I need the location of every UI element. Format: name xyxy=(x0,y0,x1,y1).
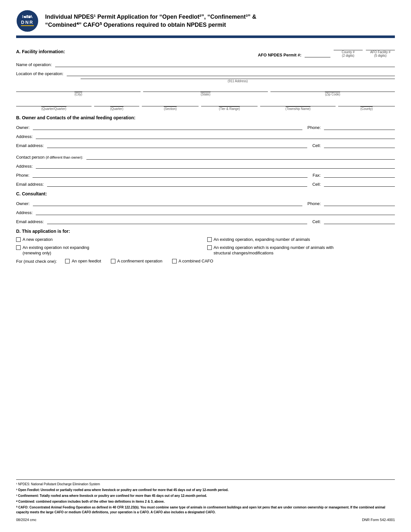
county-field[interactable] xyxy=(334,44,363,50)
fax-field[interactable] xyxy=(324,171,395,178)
option2-item: An existing operation, expanding number … xyxy=(207,237,395,242)
quarter-quarter-field[interactable] xyxy=(16,100,92,106)
header-title: Individual NPDES¹ Permit Application for… xyxy=(45,13,256,29)
footer-form: DNR Form 542-4001 xyxy=(362,517,395,523)
zip-field-group: (Zip Code) xyxy=(270,85,395,96)
section-d: D. This application is for: A new operat… xyxy=(16,229,395,264)
option4-item: An existing operation which is expanding… xyxy=(207,245,395,256)
section-field-group: (Section) xyxy=(142,100,199,111)
location-label-row: Location of the operation: xyxy=(16,70,395,76)
footnote-5: ⁵ CAFO: Concentrated Animal Feeding Oper… xyxy=(16,505,395,515)
section-d-title: D. This application is for: xyxy=(16,229,395,234)
section-a-title: A. Facility information: xyxy=(16,49,65,54)
contact-phone-field[interactable] xyxy=(33,171,308,178)
header-bar xyxy=(16,35,395,38)
footnote-4: ⁴ Combined: combined operation includes … xyxy=(16,499,395,504)
section-b-title: B. Owner and Contacts of the animal feed… xyxy=(16,115,395,120)
tier-range-field-group: (Tier & Range) xyxy=(201,100,258,111)
permit-number-block: AFO NPDES Permit #: County # (2 digits) … xyxy=(258,44,395,57)
option-row-1: A new operation An existing operation, e… xyxy=(16,237,395,242)
option1-item: A new operation xyxy=(16,237,204,242)
contact-address-field[interactable] xyxy=(36,162,395,169)
county-loc-field-group: (County) xyxy=(338,100,395,111)
tier-range-field[interactable] xyxy=(201,100,258,106)
for-row: For (must check one): An open feedlot A … xyxy=(16,259,395,264)
option2-label: An existing operation, expanding number … xyxy=(214,237,310,242)
confinement-item: A confinement operation xyxy=(111,259,162,264)
township-field-group: (Township Name) xyxy=(260,100,336,111)
feedlot-checkbox[interactable] xyxy=(65,259,70,263)
township-field[interactable] xyxy=(260,100,336,106)
county-box: County # (2 digits) xyxy=(334,44,363,57)
section-c: C. Consultant: Owner: Phone: Address: Em… xyxy=(16,191,395,224)
page-header: I I●WA DNR Individual NPDES¹ Permit Appl… xyxy=(16,10,395,32)
consultant-email-field[interactable] xyxy=(47,218,307,224)
name-of-operation-field[interactable] xyxy=(55,61,395,67)
footnotes: ¹ NPDES: National Pollutant Discharge El… xyxy=(16,479,395,523)
section-c-title: C. Consultant: xyxy=(16,191,395,196)
svg-rect-6 xyxy=(21,25,34,26)
section-b: B. Owner and Contacts of the animal feed… xyxy=(16,115,395,187)
address-row: Address: xyxy=(16,133,395,139)
feedlot-item: An open feedlot xyxy=(65,259,101,264)
footnote-1: ¹ NPDES: National Pollutant Discharge El… xyxy=(16,482,395,487)
consultant-owner-row: Owner: Phone: xyxy=(16,200,395,206)
option3-checkbox[interactable] xyxy=(16,245,21,250)
contact-address-row: Address: xyxy=(16,162,395,169)
address-field[interactable] xyxy=(36,133,395,139)
consultant-cell-field[interactable] xyxy=(324,218,395,224)
option1-label: A new operation xyxy=(23,237,53,242)
section-a: A. Facility information: AFO NPDES Permi… xyxy=(16,44,395,111)
option4-checkbox[interactable] xyxy=(207,245,212,250)
consultant-address-row: Address: xyxy=(16,209,395,215)
consultant-email-row: Email address: Cell: xyxy=(16,218,395,224)
option4-label: An existing operation which is expanding… xyxy=(214,245,334,256)
county-loc-field[interactable] xyxy=(338,100,395,106)
quarter-field-group: (Quarter) xyxy=(94,100,139,111)
combined-checkbox[interactable] xyxy=(172,259,177,263)
afo-facility-field[interactable] xyxy=(366,44,395,50)
quarter-field[interactable] xyxy=(94,100,139,106)
section-field[interactable] xyxy=(142,100,199,106)
svg-text:DNR: DNR xyxy=(21,20,34,25)
cell-field[interactable] xyxy=(324,142,395,148)
county-afo-block: County # (2 digits) AFO Facility # (5 di… xyxy=(334,44,395,57)
consultant-address-field[interactable] xyxy=(36,209,395,215)
confinement-checkbox[interactable] xyxy=(111,259,115,263)
afo-facility-box: AFO Facility # (5 digits) xyxy=(366,44,395,57)
owner-row: Owner: Phone: xyxy=(16,123,395,130)
contact-person-field[interactable] xyxy=(86,153,395,160)
option3-item: An existing operation not expanding(rene… xyxy=(16,245,204,256)
footer: 08/2024 cmc DNR Form 542-4001 xyxy=(16,517,395,523)
option3-label: An existing operation not expanding(rene… xyxy=(23,245,89,256)
permit-number-line[interactable] xyxy=(305,51,330,57)
owner-field[interactable] xyxy=(33,123,302,130)
city-field[interactable] xyxy=(16,85,141,92)
logo: I I●WA DNR xyxy=(16,10,39,32)
footnote-3: ³ Confinement: Totally roofed area where… xyxy=(16,493,395,498)
option1-checkbox[interactable] xyxy=(16,237,21,242)
consultant-owner-field[interactable] xyxy=(33,200,302,206)
city-state-zip-row: (City) (State) (Zip Code) xyxy=(16,85,395,96)
state-field[interactable] xyxy=(143,85,268,92)
location-field[interactable] xyxy=(67,70,395,76)
contact-cell-field[interactable] xyxy=(324,180,395,187)
option2-checkbox[interactable] xyxy=(207,237,212,242)
quarter-row: (Quarter/Quarter) (Quarter) (Section) (T… xyxy=(16,100,395,111)
option-row-2: An existing operation not expanding(rene… xyxy=(16,245,395,256)
city-field-group: (City) xyxy=(16,85,141,96)
contact-email-row: Email address: Cell: xyxy=(16,180,395,187)
email-row: Email address: Cell: xyxy=(16,142,395,148)
consultant-phone-field[interactable] xyxy=(324,200,395,206)
owner-phone-field[interactable] xyxy=(324,123,395,130)
footer-date: 08/2024 cmc xyxy=(16,517,36,523)
name-of-operation-row: Name of operation: xyxy=(16,61,395,67)
footnote-2: ² Open Feedlot: Unroofed or partially ro… xyxy=(16,488,395,492)
quarter-quarter-field-group: (Quarter/Quarter) xyxy=(16,100,92,111)
zip-field[interactable] xyxy=(270,85,395,92)
contact-person-row: Contact person (if different than owner)… xyxy=(16,153,395,160)
contact-email-field[interactable] xyxy=(47,180,307,187)
contact-phone-row: Phone: Fax: xyxy=(16,171,395,178)
email-field[interactable] xyxy=(47,142,307,148)
combined-item: A combined CAFO xyxy=(172,259,213,264)
